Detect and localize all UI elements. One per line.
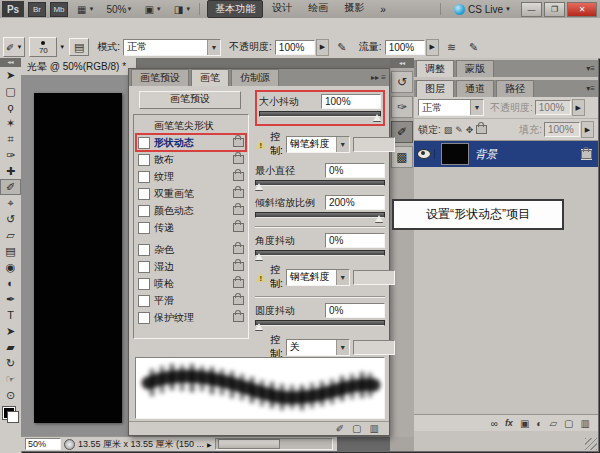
lock-transparency-icon[interactable]: ▨ bbox=[444, 125, 453, 135]
screen-mode-button[interactable]: ◨▼ bbox=[171, 2, 194, 16]
checkbox[interactable] bbox=[138, 205, 150, 217]
color-swatches[interactable] bbox=[3, 407, 19, 423]
checkbox[interactable] bbox=[138, 244, 150, 256]
tablet-pressure-opacity-button[interactable]: ✎ bbox=[333, 39, 351, 55]
marquee-tool[interactable]: ▢ bbox=[0, 83, 21, 99]
brush-option-item[interactable]: 颜色动态 bbox=[136, 202, 246, 219]
brush-preset-picker[interactable]: 70 bbox=[29, 37, 57, 57]
brush-option-item[interactable]: 散布 bbox=[136, 151, 246, 168]
tilt-scale-input[interactable]: 200% bbox=[325, 195, 385, 210]
lock-icon[interactable] bbox=[233, 262, 244, 271]
healing-brush-tool[interactable]: ✚ bbox=[0, 163, 21, 179]
checkbox[interactable] bbox=[138, 278, 150, 290]
restore-button[interactable]: ❐ bbox=[544, 2, 565, 17]
cs-live-button[interactable]: CS Live▼ bbox=[454, 4, 511, 15]
lock-icon[interactable] bbox=[233, 313, 244, 322]
panel-tab[interactable]: 路径 bbox=[496, 80, 534, 97]
document-tab[interactable]: 光晕 @ 50%(RGB/8) * bbox=[21, 58, 137, 75]
pen-tool[interactable]: ✒ bbox=[0, 291, 21, 307]
panel-menu-icon[interactable]: ▸▸ ≡ bbox=[371, 70, 386, 86]
brush-panel-tab[interactable]: 画笔预设 bbox=[131, 69, 189, 86]
roundness-control-dropdown[interactable]: 关▼ bbox=[286, 339, 350, 356]
brush-option-item[interactable]: 纹理 bbox=[136, 168, 246, 185]
checkbox[interactable] bbox=[138, 137, 150, 149]
canvas[interactable] bbox=[34, 93, 122, 423]
checkbox[interactable] bbox=[138, 171, 150, 183]
tablet-pressure-size-button[interactable]: ✎ bbox=[465, 39, 483, 55]
airbrush-button[interactable]: ≋ bbox=[443, 39, 461, 55]
layer-blend-mode-dropdown[interactable]: 正常▼ bbox=[418, 99, 484, 116]
minimize-button[interactable]: — bbox=[521, 2, 542, 17]
bridge-button[interactable]: Br bbox=[28, 2, 46, 17]
panel-tab[interactable]: 图层 bbox=[416, 80, 454, 97]
zoom-tool[interactable]: ⊙ bbox=[0, 387, 21, 403]
view-extras-button[interactable]: ▦▼ bbox=[74, 2, 97, 16]
min-diameter-slider[interactable] bbox=[255, 180, 385, 189]
delete-layer-icon[interactable]: ▥ bbox=[581, 418, 590, 429]
status-zoom-field[interactable]: 50% bbox=[25, 438, 61, 450]
lock-icon[interactable] bbox=[233, 206, 244, 215]
lock-icon[interactable] bbox=[233, 279, 244, 288]
add-layer-mask-icon[interactable]: ▣ bbox=[520, 418, 529, 429]
checkbox[interactable] bbox=[138, 295, 150, 307]
tool-presets-panel-icon[interactable]: ✑ bbox=[391, 96, 413, 118]
workspace-button[interactable]: 基本功能 bbox=[207, 0, 263, 18]
lock-icon[interactable] bbox=[233, 296, 244, 305]
checkbox[interactable] bbox=[138, 188, 150, 200]
collapse-dock-icon[interactable]: ◂◂ bbox=[390, 58, 414, 68]
layer-visibility-eye-icon[interactable] bbox=[417, 149, 431, 159]
lock-icon[interactable] bbox=[233, 172, 244, 181]
blend-mode-dropdown[interactable]: 正常▼ bbox=[123, 39, 221, 56]
min-diameter-input[interactable]: 0% bbox=[325, 163, 385, 178]
workspace-overflow-button[interactable]: » bbox=[373, 3, 393, 16]
panel-tab[interactable]: 蒙版 bbox=[456, 60, 494, 77]
workspace-button[interactable]: 摄影 bbox=[337, 0, 371, 18]
toggle-brush-panel-button[interactable]: ▤ bbox=[69, 38, 89, 56]
scrollbar-thumb[interactable] bbox=[218, 439, 280, 449]
lock-icon[interactable] bbox=[233, 189, 244, 198]
shape-tool[interactable]: ▰ bbox=[0, 339, 21, 355]
close-button[interactable]: ✕ bbox=[567, 2, 597, 17]
brush-option-item[interactable]: 喷枪 bbox=[136, 275, 246, 292]
size-jitter-slider[interactable] bbox=[259, 111, 381, 120]
crop-tool[interactable]: ⌗ bbox=[0, 131, 21, 147]
link-layers-icon[interactable]: ∞ bbox=[491, 418, 498, 429]
layer-row-background[interactable]: 背景 bbox=[414, 140, 598, 167]
panel-tab[interactable]: 调整 bbox=[416, 60, 454, 77]
brush-option-item[interactable]: 平滑 bbox=[136, 292, 246, 309]
brush-option-item[interactable]: 湿边 bbox=[136, 258, 246, 275]
layer-style-icon[interactable]: fx bbox=[505, 418, 513, 428]
dodge-tool[interactable]: ◐ bbox=[0, 275, 21, 291]
checkbox[interactable] bbox=[138, 154, 150, 166]
brush-panel-tab[interactable]: 画笔 bbox=[191, 69, 229, 86]
layer-fill-field[interactable]: 100% ▶ bbox=[544, 121, 594, 138]
tool-preset-picker[interactable]: ✐▼ bbox=[3, 37, 25, 57]
angle-control-dropdown[interactable]: 钢笔斜度▼ bbox=[286, 269, 350, 286]
hand-tool[interactable]: ☞ bbox=[0, 371, 21, 387]
layer-name[interactable]: 背景 bbox=[475, 147, 581, 162]
arrange-documents-button[interactable]: ▣▼ bbox=[141, 2, 164, 16]
checkbox[interactable] bbox=[138, 222, 150, 234]
opacity-field[interactable]: 100%▶ bbox=[275, 39, 329, 56]
brush-option-item[interactable]: 保护纹理 bbox=[136, 309, 246, 326]
lock-icon[interactable] bbox=[233, 223, 244, 232]
lasso-tool[interactable]: ϙ bbox=[0, 99, 21, 115]
lock-icon[interactable] bbox=[233, 138, 244, 147]
panel-menu-icon[interactable]: ▾≡ bbox=[586, 81, 595, 97]
tilt-scale-slider[interactable] bbox=[255, 212, 385, 221]
angle-jitter-slider[interactable] bbox=[255, 250, 385, 259]
new-group-icon[interactable]: ▱ bbox=[549, 418, 557, 429]
brush-option-item[interactable]: 形状动态 bbox=[136, 134, 246, 151]
lock-icon[interactable] bbox=[233, 155, 244, 164]
blur-tool[interactable]: ◉ bbox=[0, 259, 21, 275]
eyedropper-tool[interactable]: ✑ bbox=[0, 147, 21, 163]
save-brush-icon[interactable]: ▢ bbox=[352, 423, 361, 434]
horizontal-scrollbar[interactable] bbox=[215, 438, 333, 450]
size-control-dropdown[interactable]: 钢笔斜度▼ bbox=[286, 136, 350, 153]
layer-thumbnail[interactable] bbox=[441, 143, 469, 165]
roundness-jitter-slider[interactable] bbox=[255, 320, 385, 329]
checkbox[interactable] bbox=[138, 312, 150, 324]
flow-field[interactable]: 100%▶ bbox=[385, 39, 439, 56]
history-panel-icon[interactable]: ↺ bbox=[391, 71, 413, 93]
lock-all-icon[interactable] bbox=[476, 125, 487, 134]
